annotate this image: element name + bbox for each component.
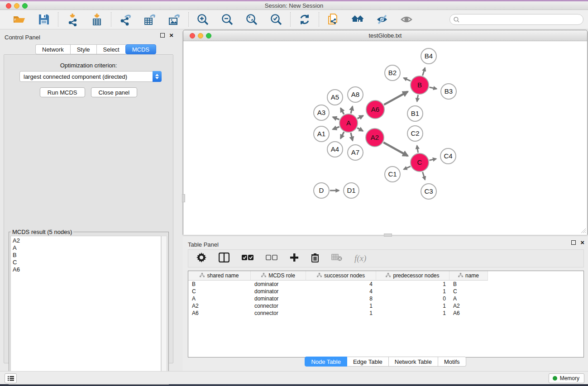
mcds-result-item[interactable]: A [13, 244, 159, 252]
edge-C-C3[interactable] [423, 172, 425, 180]
column-header-successor-nodes[interactable]: successor nodes [306, 271, 376, 281]
mcds-result-item[interactable]: B [13, 252, 159, 259]
deselect-all-button[interactable] [266, 254, 277, 262]
zoom-selected-button[interactable] [269, 13, 283, 26]
node-B3[interactable]: B3 [441, 84, 456, 99]
edge-B-B1[interactable] [417, 95, 418, 102]
delete-table-button[interactable] [331, 254, 342, 263]
edge-A-A4[interactable] [340, 132, 344, 138]
function-builder-button[interactable]: f(x) [354, 253, 366, 263]
node-A2[interactable]: A2 [366, 129, 384, 147]
export-table-button[interactable] [143, 13, 157, 26]
home-button[interactable] [351, 13, 364, 26]
node-C[interactable]: C [411, 153, 429, 172]
edge-C-C4[interactable] [429, 159, 436, 160]
zoom-fit-button[interactable] [245, 13, 258, 26]
search-box[interactable] [449, 14, 583, 25]
edge-A-A8[interactable] [351, 106, 353, 113]
edge-C-C1[interactable] [404, 167, 411, 170]
add-column-button[interactable] [290, 253, 299, 264]
import-table-button[interactable] [90, 13, 104, 26]
gear-button[interactable] [196, 253, 206, 264]
node-A[interactable]: A [339, 114, 358, 132]
tab-node-table[interactable]: Node Table [305, 357, 347, 367]
column-header-MCDS-role[interactable]: MCDS role [251, 271, 306, 281]
memory-button[interactable]: Memory [549, 373, 584, 383]
show-eye-button[interactable] [400, 13, 413, 26]
export-network-button[interactable] [119, 13, 132, 26]
delete-column-button[interactable] [311, 253, 319, 264]
show-panels-button[interactable] [5, 373, 17, 383]
mcds-result-item[interactable]: C [13, 259, 159, 266]
tab-network[interactable]: Network [35, 44, 70, 54]
edge-A-A2[interactable] [357, 128, 363, 131]
node-B1[interactable]: B1 [407, 106, 423, 121]
edge-B-B4[interactable] [423, 68, 425, 76]
close-panel-icon[interactable]: × [169, 33, 173, 38]
hide-eye-button[interactable] [375, 13, 389, 26]
float-panel-icon[interactable] [160, 33, 165, 38]
table-close-panel-icon[interactable]: × [580, 240, 584, 245]
edge-A-A6[interactable] [358, 116, 363, 119]
save-button[interactable] [37, 13, 51, 26]
mcds-result-list[interactable]: A2ABCA6 [10, 236, 161, 383]
network-window-titlebar[interactable]: testGlobe.txt [183, 30, 587, 41]
network-canvas[interactable]: B4B2BB3A8A5A6B1A3AC2A1A2A4A7C4CC1C3DD1 [183, 41, 587, 235]
node-A8[interactable]: A8 [348, 87, 363, 102]
import-network-button[interactable] [66, 13, 79, 26]
node-A6[interactable]: A6 [366, 100, 384, 119]
edge-A-A1[interactable] [333, 127, 339, 129]
export-image-button[interactable] [167, 13, 181, 26]
refresh-button[interactable] [298, 13, 311, 26]
search-input[interactable] [462, 16, 583, 23]
tab-select[interactable]: Select [96, 44, 126, 54]
columns-button[interactable] [219, 253, 229, 264]
network-graph[interactable]: B4B2BB3A8A5A6B1A3AC2A1A2A4A7C4CC1C3DD1 [183, 41, 587, 235]
edge-A6-B[interactable] [384, 91, 407, 105]
table-row[interactable]: A2connector11A2 [188, 302, 583, 310]
node-A4[interactable]: A4 [327, 142, 343, 157]
node-C3[interactable]: C3 [421, 184, 436, 199]
node-A3[interactable]: A3 [314, 105, 329, 120]
table-row[interactable]: Cdominator41C [188, 288, 583, 295]
edge-B-B3[interactable] [429, 87, 436, 89]
tab-mcds[interactable]: MCDS [125, 44, 156, 54]
divider-grip-left[interactable] [182, 194, 185, 202]
mcds-result-item[interactable]: A2 [13, 237, 159, 244]
tab-edge-table[interactable]: Edge Table [347, 357, 389, 367]
divider-grip-bottom[interactable] [384, 234, 392, 237]
mcds-result-item[interactable]: A6 [13, 266, 159, 273]
resize-grip-icon[interactable] [580, 227, 586, 234]
zoom-in-button[interactable] [196, 13, 210, 26]
close-panel-button[interactable]: Close panel [91, 87, 138, 97]
node-A1[interactable]: A1 [314, 126, 329, 142]
edge-A-A3[interactable] [333, 117, 339, 119]
node-B2[interactable]: B2 [385, 65, 400, 81]
edge-A2-C[interactable] [383, 143, 408, 156]
clone-network-button[interactable] [326, 13, 340, 26]
column-header-name[interactable]: name [449, 271, 488, 281]
tab-style[interactable]: Style [70, 44, 96, 54]
run-mcds-button[interactable]: Run MCDS [40, 87, 85, 97]
node-A7[interactable]: A7 [348, 145, 363, 160]
edge-A-A5[interactable] [341, 108, 344, 114]
node-A5[interactable]: A5 [327, 90, 343, 105]
select-all-button[interactable] [242, 254, 253, 262]
edge-A-A7[interactable] [351, 133, 353, 140]
edge-C-C2[interactable] [417, 146, 418, 153]
table-row[interactable]: Adominator80A [188, 295, 583, 302]
node-C1[interactable]: C1 [385, 167, 400, 182]
node-D[interactable]: D [314, 183, 329, 198]
table-float-panel-icon[interactable] [571, 240, 576, 245]
optimization-dropdown[interactable]: largest connected component (directed) [19, 71, 162, 82]
node-B[interactable]: B [411, 76, 429, 94]
tab-network-table[interactable]: Network Table [389, 357, 438, 367]
zoom-out-button[interactable] [220, 13, 234, 26]
node-B4[interactable]: B4 [421, 48, 436, 64]
column-header-predecessor-nodes[interactable]: predecessor nodes [376, 271, 449, 281]
table-row[interactable]: A6connector11A6 [188, 310, 583, 317]
node-C2[interactable]: C2 [407, 126, 423, 141]
mcds-result-scrollbar[interactable] [161, 236, 167, 383]
tab-motifs[interactable]: Motifs [438, 357, 466, 367]
table-row[interactable]: Bdominator41B [188, 281, 583, 288]
